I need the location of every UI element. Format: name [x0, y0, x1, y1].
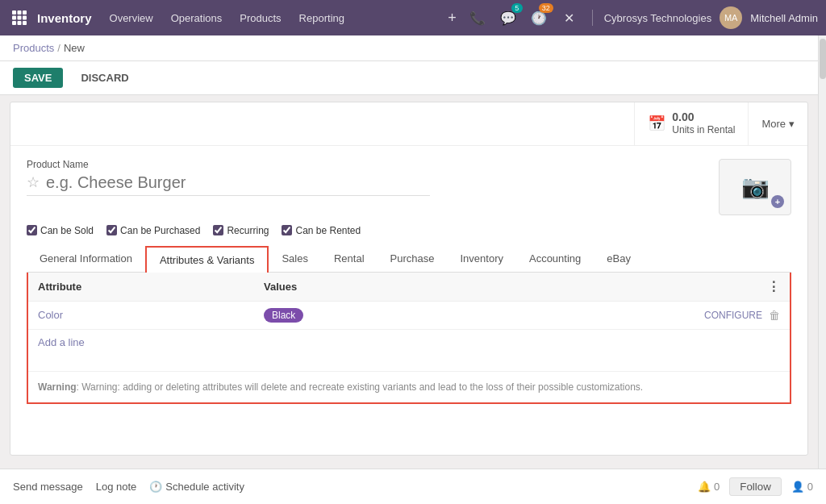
value-tag-black[interactable]: Black: [264, 308, 303, 323]
form-area: Product Name ☆ 📷 + Can: [10, 146, 807, 423]
chat-badge: 5: [511, 3, 523, 13]
delete-row-icon[interactable]: 🗑: [769, 309, 780, 322]
add-image-icon: +: [771, 195, 784, 208]
product-name-input-row: ☆: [27, 173, 430, 196]
nav-divider: [592, 10, 593, 26]
footer-left: Send message Log note 🕐 Schedule activit…: [13, 481, 685, 493]
units-in-rental-stat[interactable]: 📅 0.00 Units in Rental: [634, 102, 748, 145]
followers-count: 🔔 0: [698, 481, 720, 493]
add-menu-button[interactable]: +: [441, 10, 463, 27]
breadcrumb: Products / New: [0, 35, 826, 61]
breadcrumb-current: New: [64, 42, 85, 54]
nav-item-products[interactable]: Products: [232, 7, 289, 29]
can-be-sold-label: Can be Sold: [40, 225, 94, 236]
add-line-row: Add a line: [28, 330, 790, 355]
breadcrumb-separator: /: [57, 42, 60, 54]
activity-icon[interactable]: 🕐 32: [528, 6, 550, 29]
tab-rental[interactable]: Rental: [321, 246, 378, 272]
attribute-column-header: Attribute: [38, 281, 264, 293]
phone-icon[interactable]: 📞: [466, 6, 489, 29]
tabs-row: General Information Attributes & Variant…: [27, 246, 791, 273]
nav-item-reporting[interactable]: Reporting: [291, 7, 353, 29]
svg-rect-0: [12, 10, 16, 15]
schedule-activity-button[interactable]: 🕐 Schedule activity: [149, 481, 244, 493]
footer-bar: Send message Log note 🕐 Schedule activit…: [0, 469, 826, 504]
calendar-icon: 📅: [648, 115, 665, 132]
stat-bar: 📅 0.00 Units in Rental More ▾: [10, 102, 807, 146]
chevron-down-icon: ▾: [789, 118, 795, 130]
scrollbar-thumb[interactable]: [820, 39, 826, 79]
svg-rect-8: [23, 21, 27, 25]
svg-rect-3: [12, 16, 16, 20]
more-label: More: [761, 118, 786, 130]
users-count: 👤 0: [791, 481, 813, 493]
log-note-button[interactable]: Log note: [96, 481, 137, 493]
clock-icon: 🕐: [149, 481, 162, 493]
send-message-button[interactable]: Send message: [13, 481, 83, 493]
company-name: Cybrosys Technologies: [604, 12, 711, 24]
footer-right: 🔔 0 Follow 👤 0: [698, 477, 813, 496]
attribute-name-color[interactable]: Color: [38, 309, 264, 321]
svg-rect-2: [23, 10, 27, 15]
attributes-warning: Warning: Warning: adding or deleting att…: [28, 371, 790, 402]
tab-attributes-variants[interactable]: Attributes & Variants: [145, 246, 269, 273]
save-button[interactable]: SAVE: [13, 68, 63, 88]
discard-button[interactable]: DISCARD: [69, 68, 140, 88]
breadcrumb-parent[interactable]: Products: [13, 42, 54, 54]
action-bar: SAVE DISCARD: [0, 61, 826, 95]
can-be-purchased-checkbox[interactable]: Can be Purchased: [106, 225, 200, 236]
recurring-label: Recurring: [227, 225, 269, 236]
more-button[interactable]: More ▾: [748, 102, 807, 145]
attr-header-cols: Attribute Values: [38, 281, 767, 293]
chat-icon[interactable]: 💬 5: [497, 6, 519, 29]
add-line-button[interactable]: Add a line: [38, 336, 85, 348]
product-name-section: Product Name ☆ 📷 +: [27, 159, 791, 215]
product-name-left: Product Name ☆: [27, 159, 719, 196]
tab-sales[interactable]: Sales: [269, 246, 321, 272]
can-be-rented-checkbox[interactable]: Can be Rented: [282, 225, 361, 236]
user-avatar[interactable]: MA: [720, 6, 742, 29]
follow-button[interactable]: Follow: [729, 477, 782, 496]
recurring-checkbox[interactable]: Recurring: [213, 225, 269, 236]
svg-rect-4: [18, 16, 22, 20]
attribute-value-cell: Black: [264, 308, 704, 323]
product-name-label: Product Name: [27, 159, 719, 170]
svg-rect-1: [18, 10, 22, 15]
product-image-upload[interactable]: 📷 +: [719, 159, 791, 215]
scrollbar[interactable]: [818, 35, 826, 469]
navbar-brand: Inventory: [37, 11, 92, 25]
tab-inventory[interactable]: Inventory: [447, 246, 515, 272]
navbar: Inventory Overview Operations Products R…: [0, 0, 826, 35]
attributes-table-header: Attribute Values ⋮: [28, 273, 790, 302]
camera-icon: 📷: [741, 173, 770, 200]
units-in-rental-label: Units in Rental: [672, 123, 735, 137]
nav-item-operations[interactable]: Operations: [163, 7, 231, 29]
can-be-sold-checkbox[interactable]: Can be Sold: [27, 225, 94, 236]
configure-button[interactable]: CONFIGURE: [704, 310, 762, 321]
svg-rect-6: [12, 21, 16, 25]
can-be-rented-label: Can be Rented: [295, 225, 361, 236]
can-be-purchased-label: Can be Purchased: [120, 225, 200, 236]
users-icon: 👤: [791, 481, 804, 493]
attribute-row: Color Black CONFIGURE 🗑: [28, 302, 790, 330]
tab-purchase[interactable]: Purchase: [378, 246, 448, 272]
favorite-star-icon[interactable]: ☆: [27, 173, 40, 191]
svg-rect-7: [18, 21, 22, 25]
table-actions-menu[interactable]: ⋮: [767, 279, 780, 294]
tab-ebay[interactable]: eBay: [594, 246, 644, 272]
tabs-section: General Information Attributes & Variant…: [27, 246, 791, 410]
values-column-header: Values: [264, 281, 767, 293]
user-name: Mitchell Admin: [750, 12, 818, 24]
navbar-menu: Overview Operations Products Reporting: [102, 7, 439, 29]
tab-general-information[interactable]: General Information: [27, 246, 145, 272]
nav-item-overview[interactable]: Overview: [102, 7, 161, 29]
activity-badge: 32: [539, 3, 553, 13]
navbar-icons: 📞 💬 5 🕐 32 ✕ Cybrosys Technologies MA Mi…: [466, 6, 818, 29]
product-name-input[interactable]: [46, 173, 369, 192]
tab-accounting[interactable]: Accounting: [516, 246, 594, 272]
units-in-rental-number: 0.00: [672, 110, 735, 123]
settings-icon[interactable]: ✕: [558, 6, 581, 29]
tab-content-attributes-variants: Attribute Values ⋮ Color Black CONFIGURE: [27, 273, 791, 404]
grid-icon[interactable]: [8, 6, 31, 29]
followers-icon: 🔔: [698, 481, 711, 493]
